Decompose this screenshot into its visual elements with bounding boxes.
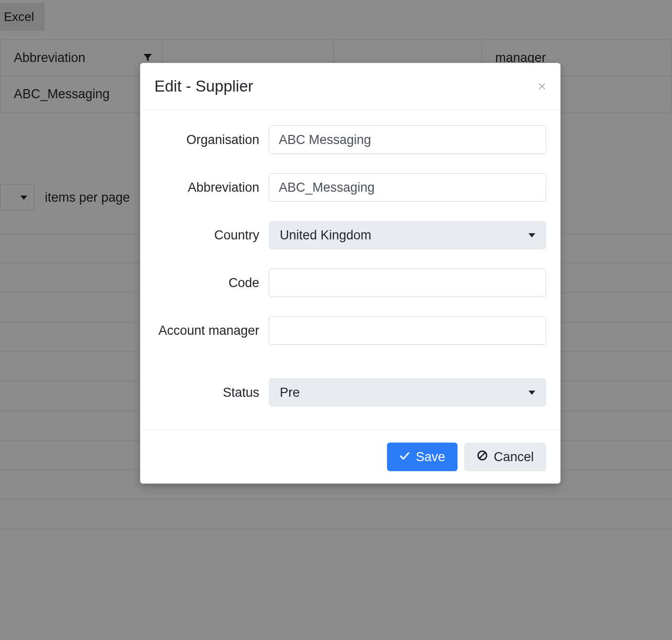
organisation-label: Organisation	[154, 125, 269, 148]
status-label: Status	[154, 378, 269, 401]
modal-title: Edit - Supplier	[154, 77, 253, 95]
edit-supplier-modal: Edit - Supplier × Organisation Abbreviat…	[140, 63, 560, 484]
check-icon	[399, 450, 410, 465]
modal-footer: Save Cancel	[140, 430, 560, 484]
code-input[interactable]	[269, 268, 546, 297]
save-button[interactable]: Save	[387, 443, 458, 471]
cancel-button-label: Cancel	[494, 450, 534, 465]
modal-header: Edit - Supplier ×	[140, 63, 560, 110]
status-value: Pre	[280, 385, 300, 400]
svg-line-1	[479, 453, 485, 458]
field-organisation: Organisation	[154, 125, 546, 154]
save-button-label: Save	[416, 450, 445, 465]
modal-body: Organisation Abbreviation Country United…	[140, 110, 560, 430]
field-account-manager: Account manager	[154, 316, 546, 345]
country-value: United Kingdom	[280, 228, 371, 243]
account-manager-label: Account manager	[154, 316, 269, 339]
field-code: Code	[154, 268, 546, 297]
country-select[interactable]: United Kingdom	[269, 221, 546, 249]
field-country: Country United Kingdom	[154, 221, 546, 249]
abbreviation-label: Abbreviation	[154, 173, 269, 196]
organisation-input[interactable]	[269, 125, 546, 154]
abbreviation-input[interactable]	[269, 173, 546, 202]
status-select[interactable]: Pre	[269, 378, 546, 407]
cancel-icon	[477, 450, 488, 465]
country-label: Country	[154, 221, 269, 244]
field-abbreviation: Abbreviation	[154, 173, 546, 202]
code-label: Code	[154, 268, 269, 291]
field-status: Status Pre	[154, 378, 546, 407]
chevron-down-icon	[529, 233, 535, 237]
chevron-down-icon	[529, 391, 535, 395]
cancel-button[interactable]: Cancel	[464, 443, 546, 471]
close-icon[interactable]: ×	[538, 79, 546, 93]
account-manager-input[interactable]	[269, 316, 546, 345]
